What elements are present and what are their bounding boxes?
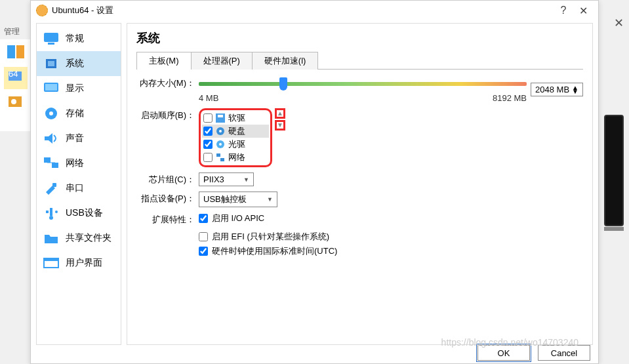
- sidebar-item-ui[interactable]: 用户界面: [37, 251, 121, 275]
- sidebar-item-network[interactable]: 网络: [37, 151, 121, 176]
- svg-point-13: [49, 111, 53, 115]
- svg-rect-32: [220, 158, 224, 161]
- sidebar-item-display[interactable]: 显示: [37, 76, 121, 101]
- svg-point-5: [11, 99, 16, 104]
- window-title: Ubuntu64 - 设置: [52, 5, 113, 16]
- ext-label-utc: 硬件时钟使用国际标准时间(UTC): [212, 245, 337, 257]
- svg-rect-24: [44, 258, 58, 261]
- ext-check-efi[interactable]: [199, 232, 208, 241]
- display-icon: [43, 82, 59, 95]
- svg-rect-15: [44, 157, 51, 163]
- tab-acceleration[interactable]: 硬件加速(l): [252, 52, 319, 70]
- sidebar-item-general[interactable]: 常规: [37, 26, 121, 51]
- boot-item-label: 光驱: [228, 138, 245, 150]
- boot-check-optical[interactable]: [203, 140, 213, 149]
- boot-check-floppy[interactable]: [203, 113, 213, 123]
- sidebar-item-label: 串口: [66, 182, 84, 194]
- sidebar-item-system[interactable]: 系统: [37, 51, 121, 76]
- boot-item-hdd[interactable]: 硬盘: [202, 125, 269, 138]
- close-button[interactable]: ✕: [573, 5, 593, 17]
- boot-item-label: 网络: [228, 152, 245, 163]
- sidebar-item-label: 声音: [66, 132, 84, 144]
- spinner-arrows[interactable]: ▲▼: [572, 86, 578, 94]
- sidebar-item-label: 常规: [66, 33, 84, 45]
- sidebar-item-shared[interactable]: 共享文件夹: [37, 226, 121, 251]
- svg-rect-0: [7, 45, 15, 58]
- tabs: 主板(M) 处理器(P) 硬件加速(l): [136, 51, 583, 70]
- help-button[interactable]: ?: [554, 5, 573, 16]
- memory-max: 8192 MB: [493, 93, 527, 103]
- window-icon: [43, 256, 59, 270]
- row-chipset: 芯片组(C)： PIIX3▼: [136, 172, 583, 186]
- chip-icon: [43, 57, 59, 70]
- tab-processor[interactable]: 处理器(P): [191, 52, 253, 70]
- sidebar-item-label: 显示: [66, 83, 84, 94]
- sidebar-item-storage[interactable]: 存储: [37, 101, 121, 126]
- boot-label: 启动顺序(B)：: [136, 108, 199, 121]
- svg-point-28: [219, 130, 222, 132]
- memory-min: 4 MB: [199, 93, 218, 103]
- pointing-label: 指点设备(P)：: [136, 192, 199, 205]
- ext-check-utc[interactable]: [199, 247, 208, 256]
- row-boot: 启动顺序(B)： 软驱 硬盘: [136, 108, 583, 167]
- memory-value: 2048 MB: [535, 85, 569, 94]
- svg-rect-21: [46, 211, 49, 213]
- bg-preview-floor: [604, 227, 624, 231]
- boot-item-network[interactable]: 网络: [202, 151, 269, 164]
- svg-rect-6: [44, 33, 58, 42]
- svg-rect-31: [216, 153, 220, 157]
- svg-rect-9: [48, 61, 54, 66]
- boot-item-optical[interactable]: 光驱: [202, 138, 269, 151]
- chipset-select[interactable]: PIIX3▼: [199, 172, 254, 186]
- boot-check-hdd[interactable]: [203, 127, 213, 136]
- sidebar-item-label: 系统: [66, 58, 84, 70]
- boot-check-network[interactable]: [203, 153, 213, 162]
- titlebar: Ubuntu64 - 设置 ? ✕: [31, 1, 598, 20]
- chevron-down-icon: ▼: [267, 196, 273, 203]
- row-ext: 扩展特性： 启用 I/O APIC: [136, 212, 583, 226]
- ext-label: 扩展特性：: [136, 212, 199, 226]
- sidebar-item-usb[interactable]: USB设备: [37, 201, 121, 226]
- harddisk-icon: [215, 127, 226, 136]
- chipset-label: 芯片组(C)：: [136, 172, 199, 186]
- sidebar-item-audio[interactable]: 声音: [37, 126, 121, 151]
- ok-button[interactable]: OK: [477, 345, 530, 361]
- bg-app-text: 管理: [4, 26, 20, 37]
- svg-text:64: 64: [9, 69, 18, 79]
- memory-spinner[interactable]: 2048 MB ▲▼: [531, 83, 583, 96]
- boot-move-down[interactable]: ▼: [275, 120, 285, 131]
- tab-motherboard[interactable]: 主板(M): [136, 52, 192, 70]
- boot-item-label: 硬盘: [228, 125, 245, 137]
- boot-item-floppy[interactable]: 软驱: [202, 111, 269, 125]
- row-ext-efi: 启用 EFI (只针对某些操作系统): [199, 231, 583, 243]
- sidebar-item-label: 存储: [66, 108, 84, 119]
- sidebar: 常规 系统 显示 存储 声音 网络: [36, 23, 121, 345]
- ext-label-efi: 启用 EFI (只针对某些操作系统): [212, 231, 329, 243]
- network-icon: [43, 157, 59, 170]
- main-panel: 系统 主板(M) 处理器(P) 硬件加速(l) 内存大小(M)： 4 MB: [127, 23, 593, 345]
- svg-rect-18: [52, 183, 56, 187]
- disk-icon: [43, 107, 59, 120]
- row-ext-utc: 硬件时钟使用国际标准时间(UTC): [199, 245, 583, 257]
- svg-point-22: [55, 211, 58, 213]
- boot-move-up[interactable]: ▲: [275, 108, 285, 119]
- svg-rect-26: [218, 115, 223, 117]
- chevron-down-icon: ▼: [243, 176, 249, 183]
- page-title: 系统: [136, 30, 583, 46]
- cancel-button[interactable]: Cancel: [538, 345, 590, 361]
- settings-dialog: Ubuntu64 - 设置 ? ✕ 常规 系统 显示 存储: [30, 0, 599, 364]
- cd-icon: [215, 140, 226, 149]
- row-pointing: 指点设备(P)： USB触控板▼: [136, 192, 583, 207]
- ext-check-ioapic[interactable]: [199, 214, 208, 223]
- row-memory: 内存大小(M)： 4 MB 8192 MB 2048 MB: [136, 76, 583, 103]
- usb-icon: [43, 207, 59, 220]
- svg-point-30: [219, 143, 222, 146]
- floppy-icon: [215, 113, 226, 123]
- svg-point-20: [49, 216, 53, 220]
- sidebar-item-serial[interactable]: 串口: [37, 176, 121, 201]
- svg-rect-16: [52, 163, 58, 168]
- button-bar: OK Cancel: [477, 345, 590, 361]
- slider-thumb[interactable]: [279, 77, 287, 91]
- memory-slider[interactable]: [199, 76, 527, 92]
- pointing-select[interactable]: USB触控板▼: [199, 192, 277, 207]
